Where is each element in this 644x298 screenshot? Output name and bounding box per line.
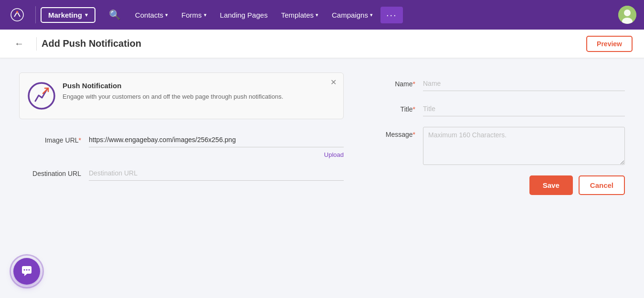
chat-bubble-button[interactable]: [13, 258, 40, 285]
cancel-button[interactable]: Cancel: [579, 175, 625, 195]
message-textarea[interactable]: [423, 127, 625, 165]
templates-chevron-icon: ▾: [316, 12, 318, 18]
image-url-label: Image URL*: [19, 136, 81, 144]
svg-point-8: [26, 269, 28, 271]
forms-chevron-icon: ▾: [204, 12, 207, 18]
title-input[interactable]: [423, 102, 625, 116]
landing-pages-nav-item[interactable]: Landing Pages: [214, 8, 274, 22]
name-input[interactable]: [423, 76, 625, 91]
right-panel: Name* Title* Message* Save Cancel: [372, 72, 625, 195]
push-card-title: Push Notification: [63, 82, 334, 90]
page-title: Add Push Notification: [42, 38, 141, 49]
main-content: Push Notification Engage with your custo…: [0, 58, 644, 209]
app-logo[interactable]: [8, 5, 27, 24]
svg-point-9: [29, 269, 30, 271]
svg-point-3: [624, 10, 631, 16]
contacts-chevron-icon: ▾: [165, 12, 168, 18]
title-row: Title*: [372, 102, 625, 116]
preview-button[interactable]: Preview: [586, 36, 633, 52]
destination-url-input[interactable]: [89, 166, 344, 181]
push-card-text: Push Notification Engage with your custo…: [63, 82, 334, 102]
contacts-nav-item[interactable]: Contacts ▾: [129, 8, 174, 22]
left-panel: Push Notification Engage with your custo…: [19, 72, 344, 190]
svg-point-5: [29, 83, 54, 109]
top-navigation: Marketing ▾ 🔍 Contacts ▾ Forms ▾ Landing…: [0, 0, 644, 30]
destination-url-label: Destination URL: [19, 170, 81, 177]
push-icon-wrap: [27, 82, 56, 110]
back-button[interactable]: ←: [11, 36, 27, 51]
campaigns-chevron-icon: ▾: [370, 12, 373, 18]
name-label: Name*: [372, 76, 415, 88]
svg-point-1: [16, 11, 18, 13]
marketing-button[interactable]: Marketing ▾: [41, 7, 95, 23]
image-url-input[interactable]: [89, 133, 344, 147]
name-row: Name*: [372, 76, 625, 91]
destination-url-row: Destination URL: [19, 166, 344, 181]
svg-point-0: [11, 9, 23, 21]
header-divider: [36, 37, 37, 51]
templates-nav-item[interactable]: Templates ▾: [275, 8, 324, 22]
nav-divider: [35, 6, 36, 23]
save-button[interactable]: Save: [529, 175, 573, 195]
push-notification-card: Push Notification Engage with your custo…: [19, 72, 344, 119]
upload-link[interactable]: Upload: [324, 151, 344, 158]
page-header: ← Add Push Notification Preview: [0, 30, 644, 58]
upload-row: Upload: [19, 151, 344, 158]
forms-nav-item[interactable]: Forms ▾: [176, 8, 212, 22]
nav-links: Contacts ▾ Forms ▾ Landing Pages Templat…: [129, 7, 403, 23]
svg-point-7: [24, 269, 25, 271]
image-url-row: Image URL*: [19, 133, 344, 147]
push-card-description: Engage with your customers on and off th…: [63, 92, 334, 102]
message-label: Message*: [372, 127, 415, 138]
action-row: Save Cancel: [372, 175, 625, 195]
push-card-close-button[interactable]: ✕: [330, 78, 337, 87]
search-icon[interactable]: 🔍: [105, 7, 125, 22]
campaigns-nav-item[interactable]: Campaigns ▾: [326, 8, 379, 22]
user-avatar[interactable]: [618, 6, 636, 24]
more-nav-item[interactable]: ···: [380, 7, 403, 23]
marketing-chevron-icon: ▾: [85, 12, 88, 18]
title-label: Title*: [372, 102, 415, 113]
marketing-label: Marketing: [48, 11, 82, 19]
message-row: Message*: [372, 127, 625, 165]
